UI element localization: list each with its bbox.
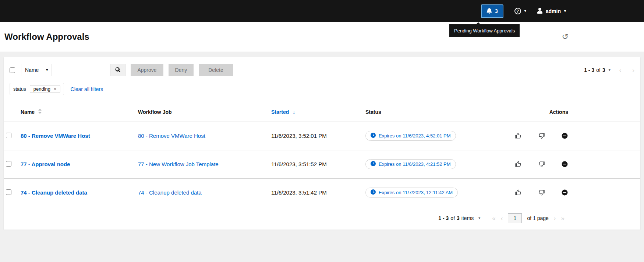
column-header-started[interactable]: Started ↓: [271, 102, 365, 122]
chip-group-label: status: [13, 86, 26, 92]
status-chip-group: status pending ×: [10, 83, 64, 95]
table-row: 80 - Remove VMWare Host 80 - Remove VMWa…: [4, 122, 640, 150]
table-row: 77 - Approval node 77 - New Workflow Job…: [4, 150, 640, 178]
notifications-tooltip: Pending Workflow Approvals: [449, 24, 520, 37]
workflow-job-link[interactable]: 77 - New Workflow Job Template: [138, 161, 219, 167]
top-pagination-summary[interactable]: 1 - 3 of 3: [584, 67, 605, 73]
approve-thumbs-up-icon[interactable]: [515, 189, 522, 196]
top-pagination: 1 - 3 of 3 ▾ ‹ ›: [584, 67, 634, 73]
first-page-button[interactable]: «: [492, 215, 495, 221]
sort-icon[interactable]: [38, 109, 42, 115]
minus-circle-icon[interactable]: [561, 132, 568, 139]
status-badge: Expires on 11/6/2023, 4:52:01 PM: [365, 131, 456, 141]
search-button[interactable]: [110, 64, 125, 76]
chevron-down-icon: ▾: [564, 9, 566, 13]
history-icon[interactable]: ↺: [562, 33, 569, 41]
filter-chip-pending: pending ×: [30, 85, 60, 93]
column-header-started-label: Started: [271, 109, 289, 115]
minus-circle-icon[interactable]: [561, 189, 568, 196]
started-timestamp: 11/6/2023, 3:51:42 PM: [271, 189, 327, 196]
status-text: Expires on 11/7/2023, 12:11:42 AM: [379, 190, 453, 195]
column-header-status-label: Status: [365, 109, 381, 115]
started-timestamp: 11/6/2023, 3:51:52 PM: [271, 161, 327, 167]
approve-button[interactable]: Approve: [131, 64, 163, 76]
row-actions: [495, 132, 640, 139]
prev-page-button[interactable]: ‹: [619, 67, 622, 73]
delete-button[interactable]: Delete: [199, 64, 233, 76]
help-menu[interactable]: ? ▾: [514, 8, 526, 14]
pagination-of: of: [450, 215, 455, 221]
filter-attribute-select[interactable]: Name ▾: [21, 64, 52, 76]
next-page-button[interactable]: ›: [632, 67, 634, 73]
approve-thumbs-up-icon[interactable]: [515, 132, 522, 139]
deny-thumbs-down-icon[interactable]: [538, 189, 545, 196]
row-actions: [495, 161, 640, 168]
status-badge: Expires on 11/6/2023, 4:21:52 PM: [365, 159, 456, 169]
bell-icon: [486, 8, 492, 15]
approvals-card: Name ▾ Approve Deny Delete 1 - 3 of 3: [4, 57, 640, 230]
footer-pagination-summary[interactable]: 1 - 3 of 3 items ▾: [438, 215, 480, 221]
username-label: admin: [546, 8, 561, 14]
deny-button[interactable]: Deny: [169, 64, 194, 76]
masthead: 3 ? ▾ admin ▾: [0, 0, 644, 22]
user-icon: [537, 8, 542, 15]
top-pagination-nav: ‹ ›: [619, 67, 634, 73]
notifications-button[interactable]: 3: [481, 4, 503, 18]
table-row: 74 - Cleanup deleted data 74 - Cleanup d…: [4, 178, 640, 207]
pagination-range: 1 - 3: [438, 215, 449, 221]
sort-descending-icon[interactable]: ↓: [293, 109, 295, 115]
chip-text: pending: [33, 86, 50, 92]
footer-pagination: 1 - 3 of 3 items ▾ « ‹ of 1 page › »: [4, 207, 640, 230]
pagination-range: 1 - 3: [584, 67, 594, 73]
column-header-name-label: Name: [21, 109, 35, 115]
pagination-total: 3: [457, 215, 460, 221]
column-header-workflow-job-label: Workflow Job: [138, 109, 172, 115]
column-header-actions-label: Actions: [549, 109, 568, 115]
of-pages-label: of 1 page: [527, 215, 548, 221]
search-input[interactable]: [52, 64, 110, 76]
chevron-down-icon: ▾: [524, 9, 526, 13]
chevron-down-icon[interactable]: ▾: [609, 68, 611, 72]
page-header: Workflow Approvals ↺: [0, 22, 644, 52]
clear-all-filters-link[interactable]: Clear all filters: [71, 86, 103, 92]
row-checkbox[interactable]: [6, 189, 11, 195]
pagination-total: 3: [602, 67, 605, 73]
header-checkbox-spacer: [4, 102, 21, 122]
started-timestamp: 11/6/2023, 3:52:01 PM: [271, 133, 327, 139]
select-all-checkbox[interactable]: [10, 67, 15, 73]
workflow-job-link[interactable]: 80 - Remove VMWare Host: [138, 133, 205, 139]
approval-name-link[interactable]: 74 - Cleanup deleted data: [21, 189, 87, 196]
approval-name-link[interactable]: 80 - Remove VMWare Host: [21, 133, 90, 139]
last-page-button[interactable]: »: [561, 215, 565, 221]
row-checkbox[interactable]: [6, 161, 11, 167]
filter-attribute-label: Name: [25, 67, 39, 73]
pagination-of: of: [596, 67, 601, 73]
minus-circle-icon[interactable]: [561, 161, 568, 168]
prev-page-button[interactable]: ‹: [501, 215, 503, 221]
help-icon: ?: [514, 8, 521, 14]
column-header-status: Status: [365, 102, 495, 122]
chevron-down-icon[interactable]: ▾: [478, 216, 480, 220]
approval-name-link[interactable]: 77 - Approval node: [21, 161, 70, 167]
active-filters-row: status pending × Clear all filters: [4, 82, 640, 102]
row-checkbox[interactable]: [6, 133, 11, 138]
footer-pagination-nav: « ‹ of 1 page › »: [492, 213, 565, 223]
column-header-workflow-job: Workflow Job: [138, 102, 271, 122]
clock-icon: [371, 133, 376, 139]
deny-thumbs-down-icon[interactable]: [538, 132, 545, 139]
user-menu[interactable]: admin ▾: [537, 8, 566, 15]
deny-thumbs-down-icon[interactable]: [538, 161, 545, 168]
chevron-down-icon: ▾: [46, 68, 48, 72]
pagination-items-word: items: [461, 215, 474, 221]
search-icon: [115, 67, 120, 73]
workflow-job-link[interactable]: 74 - Cleanup deleted data: [138, 189, 202, 196]
approve-thumbs-up-icon[interactable]: [515, 161, 522, 168]
table-header-row: Name Workflow Job Started ↓: [4, 102, 640, 122]
page-title: Workflow Approvals: [4, 32, 89, 42]
filter-group: Name ▾: [21, 64, 125, 76]
chip-remove-icon[interactable]: ×: [54, 87, 57, 91]
current-page-input[interactable]: [508, 213, 522, 223]
clock-icon: [371, 161, 376, 167]
column-header-name[interactable]: Name: [21, 102, 138, 122]
next-page-button[interactable]: ›: [554, 215, 556, 221]
